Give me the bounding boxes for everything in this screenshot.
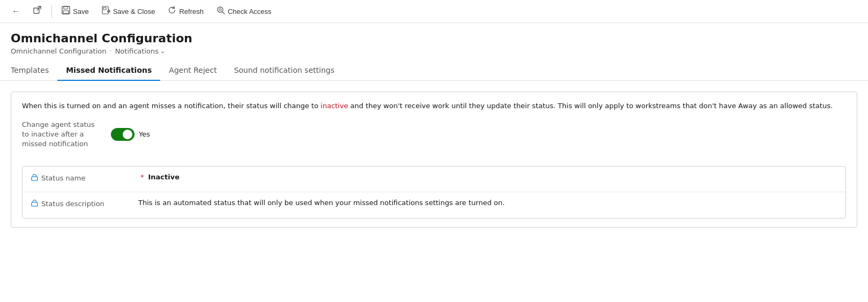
breadcrumb-parent[interactable]: Omnichannel Configuration [11,47,106,55]
save-label: Save [73,7,89,16]
status-description-field-label: Status description [41,200,104,208]
breadcrumb: Omnichannel Configuration · Notification… [11,47,857,55]
status-name-field-label: Status name [41,174,85,182]
agent-status-toggle[interactable] [111,128,134,141]
refresh-button[interactable]: Refresh [162,3,209,19]
check-access-button[interactable]: Check Access [211,3,277,19]
field-row-status-description: Status description This is an automated … [23,192,845,218]
toggle-thumb [123,130,132,139]
save-icon [62,6,70,17]
info-highlight: inactive [320,102,348,110]
page-title: Omnichannel Configuration [11,32,857,45]
refresh-label: Refresh [179,7,204,16]
svg-rect-13 [32,177,38,180]
svg-point-12 [219,9,221,11]
save-close-icon [102,6,110,17]
svg-line-11 [222,12,225,14]
tab-sound-notification-settings[interactable]: Sound notification settings [226,62,343,81]
svg-rect-14 [32,202,38,206]
content-area: When this is turned on and an agent miss… [0,81,868,238]
svg-rect-3 [64,6,68,9]
check-access-label: Check Access [228,7,272,16]
status-name-value: Inactive [148,173,837,181]
lock-icon-status-name [31,173,38,183]
refresh-icon [168,6,176,17]
save-button[interactable]: Save [56,3,94,19]
svg-rect-4 [63,11,69,13]
page-header: Omnichannel Configuration Omnichannel Co… [0,23,868,55]
status-description-value: This is an automated status that will on… [138,199,837,207]
back-button[interactable]: ← [6,4,26,19]
missed-notifications-panel: When this is turned on and an agent miss… [11,92,857,228]
status-name-label: Status name [31,173,138,183]
tabs: Templates Missed Notifications Agent Rej… [11,62,857,80]
tabs-container: Templates Missed Notifications Agent Rej… [0,55,868,81]
toolbar-separator-1 [51,5,52,18]
back-icon: ← [12,6,20,16]
toggle-control: Yes [111,128,150,141]
tab-agent-reject[interactable]: Agent Reject [160,62,225,81]
tab-templates[interactable]: Templates [11,62,57,81]
share-icon [33,6,42,17]
save-close-label: Save & Close [113,7,155,16]
lock-icon-status-description [31,199,38,208]
toggle-label: Change agent status to inactive after a … [22,120,102,149]
breadcrumb-separator: · [109,47,111,55]
field-row-status-name: Status name * Inactive [23,167,845,192]
breadcrumb-chevron-icon: ⌄ [160,48,165,55]
info-text-after: and they won't receive work until they u… [348,102,833,110]
toggle-row: Change agent status to inactive after a … [22,120,846,158]
info-text-before: When this is turned on and an agent miss… [22,102,320,110]
tab-missed-notifications[interactable]: Missed Notifications [57,62,160,81]
svg-rect-6 [103,7,106,10]
toggle-yes-label: Yes [139,130,150,138]
fields-table: Status name * Inactive Status descriptio… [22,166,846,218]
breadcrumb-current-label: Notifications [115,47,159,55]
check-access-icon [216,6,225,17]
share-button[interactable] [28,3,47,19]
toggle-track [111,128,134,141]
breadcrumb-current[interactable]: Notifications ⌄ [115,47,166,55]
required-star-status-name: * [140,173,144,181]
status-description-label: Status description [31,199,138,208]
info-description: When this is turned on and an agent miss… [22,101,846,111]
save-close-button[interactable]: Save & Close [96,3,161,19]
toolbar: ← Save [0,0,868,23]
